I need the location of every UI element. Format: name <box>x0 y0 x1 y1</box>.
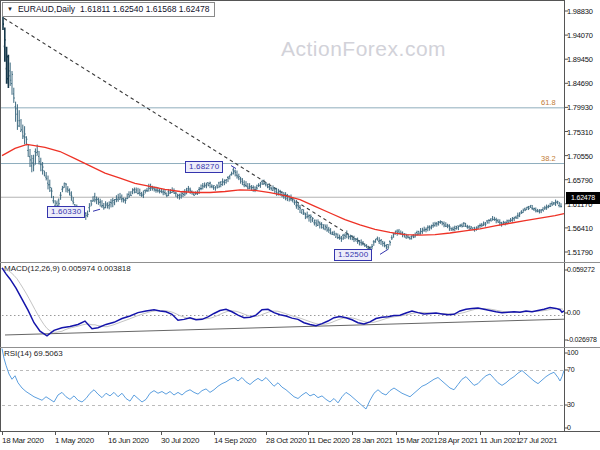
rsi-line <box>2 349 564 410</box>
current-price-tag: 1.62478 <box>566 192 600 204</box>
annotation-connector <box>380 249 388 254</box>
descending-trendline[interactable] <box>4 18 372 249</box>
chart-title-box: ▼ EURAUD,Daily 1.61811 1.62540 1.61568 1… <box>2 2 215 17</box>
moving-average-line <box>2 144 564 235</box>
ohlc-values: 1.61811 1.62540 1.61568 1.62478 <box>80 3 209 16</box>
symbol-timeframe-label: EURAUD,Daily <box>18 3 75 16</box>
trading-chart-window: ActionForex.com ▼ EURAUD,Daily 1.61811 1… <box>0 0 600 450</box>
annotation-connector <box>93 209 100 211</box>
chart-plot-surface[interactable] <box>0 0 600 450</box>
ohlc-bars-initial-spike <box>2 11 9 88</box>
macd-line <box>2 268 564 336</box>
ohlc-bars <box>9 63 562 252</box>
symbol-dropdown-icon[interactable]: ▼ <box>7 3 13 16</box>
chart-frame <box>1 1 565 432</box>
macd-trendline[interactable] <box>5 319 564 335</box>
